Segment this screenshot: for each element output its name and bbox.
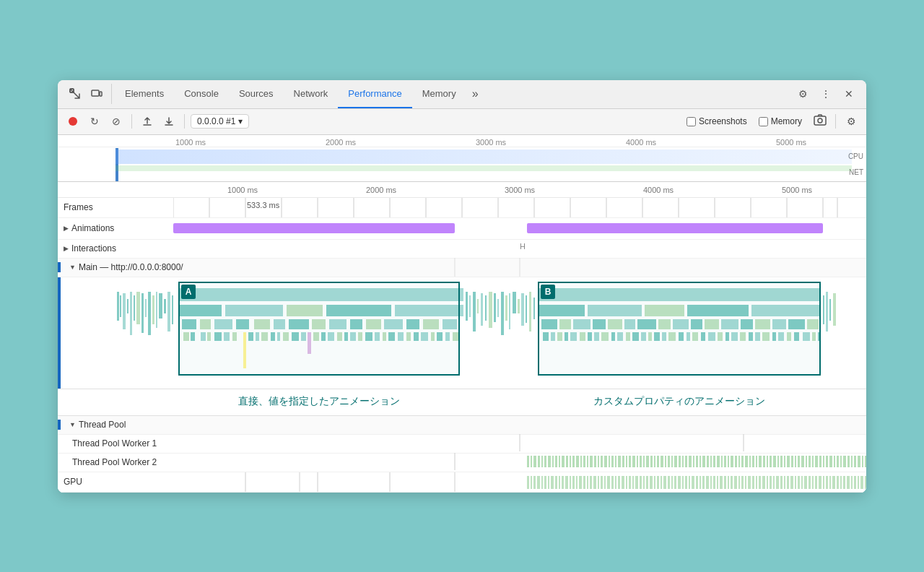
thread-expand-icon[interactable]: ▼ (69, 421, 76, 428)
interactions-marker: H (520, 242, 526, 251)
svg-rect-315 (611, 476, 614, 489)
svg-rect-5 (814, 116, 826, 125)
svg-rect-210 (609, 456, 610, 467)
download-button[interactable] (160, 112, 178, 131)
memory-checkbox[interactable]: Memory (759, 116, 802, 126)
svg-rect-228 (671, 456, 673, 467)
url-value: 0.0.0.0 #1 (197, 116, 235, 126)
svg-rect-248 (741, 456, 744, 467)
flame-chart-area[interactable]: A B (58, 277, 866, 389)
svg-rect-271 (823, 456, 824, 467)
svg-rect-43 (167, 292, 170, 332)
ruler-mark-2000: 2000 ms (312, 186, 450, 194)
settings-icon[interactable]: ⚙ (793, 84, 813, 104)
svg-rect-299 (555, 476, 557, 489)
svg-rect-247 (738, 456, 740, 467)
svg-rect-349 (731, 476, 733, 489)
device-icon[interactable] (87, 84, 107, 104)
tab-console[interactable]: Console (174, 80, 229, 108)
svg-rect-316 (615, 476, 616, 489)
main-expand-icon[interactable]: ▼ (69, 264, 76, 271)
record-button[interactable] (64, 112, 82, 131)
interactions-expand-icon[interactable]: ▶ (64, 245, 69, 252)
ruler-mark-4000: 4000 ms (589, 186, 728, 194)
svg-rect-362 (776, 476, 779, 489)
svg-rect-317 (618, 476, 620, 489)
svg-rect-243 (724, 456, 726, 467)
url-selector[interactable]: 0.0.0.0 #1 ▾ (191, 114, 249, 129)
svg-rect-182 (829, 299, 831, 321)
screenshots-label: Screenshots (699, 116, 747, 126)
kebab-menu-icon[interactable]: ⋮ (816, 84, 836, 104)
svg-rect-229 (674, 456, 677, 467)
thread-pool-label: ▼ Thread Pool (58, 420, 173, 430)
tab-memory[interactable]: Memory (412, 80, 466, 108)
perf-settings-icon[interactable]: ⚙ (842, 112, 860, 131)
svg-rect-292 (531, 476, 532, 489)
clear-button[interactable]: ⊘ (107, 112, 126, 131)
svg-rect-196 (559, 456, 560, 467)
inspect-icon[interactable] (65, 84, 85, 104)
svg-rect-330 (663, 476, 666, 489)
svg-rect-267 (808, 456, 811, 467)
svg-rect-232 (685, 456, 687, 467)
svg-rect-377 (829, 476, 831, 489)
svg-rect-241 (717, 456, 720, 467)
thread-worker2-row: Thread Pool Worker 2 (58, 454, 866, 472)
mini-ruler-3000: 3000 ms (416, 138, 566, 147)
animations-label-text: Animations (71, 223, 114, 233)
svg-point-6 (818, 118, 822, 123)
animations-label: ▶ Animations (58, 223, 173, 233)
svg-rect-33 (130, 292, 132, 335)
svg-rect-387 (865, 476, 866, 489)
svg-rect-110 (497, 299, 499, 317)
tab-sources[interactable]: Sources (229, 80, 284, 108)
reload-record-button[interactable]: ↻ (85, 112, 104, 131)
svg-rect-382 (847, 476, 850, 489)
svg-rect-38 (148, 292, 151, 335)
svg-rect-369 (801, 476, 803, 489)
svg-rect-218 (637, 456, 638, 467)
svg-rect-259 (780, 456, 783, 467)
svg-rect-221 (646, 456, 649, 467)
svg-rect-347 (724, 476, 726, 489)
svg-rect-365 (787, 476, 789, 489)
more-tabs-button[interactable]: » (466, 87, 484, 100)
svg-rect-378 (832, 476, 835, 489)
svg-rect-106 (481, 293, 483, 326)
memory-label: Memory (771, 116, 802, 126)
ruler-mark-5000: 5000 ms (728, 186, 866, 194)
memory-checkbox-input[interactable] (759, 117, 768, 126)
animations-expand-icon[interactable]: ▶ (64, 225, 69, 232)
svg-rect-336 (685, 476, 687, 489)
svg-rect-265 (801, 456, 804, 467)
tab-performance[interactable]: Performance (338, 80, 411, 108)
svg-rect-291 (527, 476, 529, 489)
svg-rect-376 (826, 476, 828, 489)
captions-pad (58, 389, 117, 415)
captions-row: 直接、値を指定したアニメーション カスタムプロパティのアニメーション (58, 389, 866, 416)
worker2-chart (173, 453, 866, 470)
svg-rect-249 (745, 456, 748, 467)
tab-bar: Elements Console Sources Network Perform… (58, 80, 866, 109)
main-timeline[interactable]: 1000 ms 2000 ms 3000 ms 4000 ms 5000 ms … (58, 182, 866, 493)
capture-settings-icon[interactable] (814, 113, 827, 130)
tab-elements[interactable]: Elements (115, 80, 174, 108)
svg-rect-375 (823, 476, 824, 489)
caption-b: カスタムプロパティのアニメーション (538, 395, 821, 408)
svg-rect-262 (791, 456, 793, 467)
screenshots-checkbox[interactable]: Screenshots (687, 116, 747, 126)
upload-button[interactable] (138, 112, 157, 131)
svg-rect-113 (509, 293, 510, 329)
close-icon[interactable]: ✕ (839, 84, 859, 104)
svg-rect-281 (858, 456, 860, 467)
svg-rect-192 (544, 456, 546, 467)
svg-rect-189 (533, 456, 536, 467)
svg-rect-366 (790, 476, 793, 489)
flame-chart-bg: A B (117, 277, 866, 389)
svg-rect-255 (767, 456, 768, 467)
thread-pool-label-text: Thread Pool (79, 420, 126, 430)
tab-network[interactable]: Network (284, 80, 339, 108)
screenshots-checkbox-input[interactable] (687, 117, 696, 126)
thread-worker1-label: Thread Pool Worker 1 (58, 438, 173, 448)
